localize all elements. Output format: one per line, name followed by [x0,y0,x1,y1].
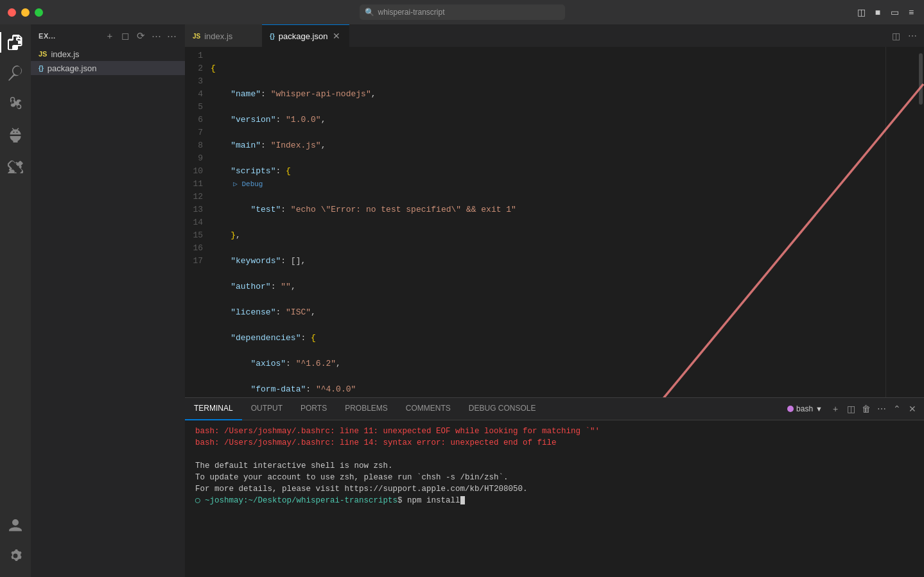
line-numbers: 1 2 3 4 5 6 7 8 9 10 11 12 13 14 15 16 1… [185,47,211,397]
delete-terminal-icon[interactable]: 🗑 [860,402,873,415]
run-debug-icon[interactable] [0,119,31,150]
js-file-icon: JS [39,50,47,58]
terminal-more-icon[interactable]: ⋯ [875,402,888,415]
extensions-icon[interactable] [0,150,31,181]
account-icon[interactable] [0,510,31,541]
terminal-tab-problems[interactable]: PROBLEMS [336,398,397,420]
tab-json-icon: {} [270,33,275,40]
file-name-package-json: package.json [48,64,97,73]
titlebar: 🔍 whisperai-transcript ◫ ■ ▭ ≡ [0,0,924,24]
editor-scrollbar[interactable] [918,47,924,397]
tab-bar-right: ◫ ⋯ [889,24,924,47]
new-file-icon[interactable]: + [104,30,116,42]
bash-dropdown-icon[interactable]: ▼ [815,405,823,413]
terminal-tab-debug-console[interactable]: DEBUG CONSOLE [460,398,545,420]
json-file-icon: {} [39,65,44,72]
new-folder-icon[interactable]: ◻ [119,30,131,42]
bash-label: bash ▼ [783,404,826,413]
titlebar-right: ◫ ■ ▭ ≡ [856,7,916,17]
terminal-line-1: bash: /Users/joshmay/.bashrc: line 11: u… [195,426,914,437]
activity-bottom [0,510,31,577]
terminal-line-6: For more details, please visit https://s… [195,483,914,495]
code-content[interactable]: { "name": "whisper-api-nodejs", "version… [211,47,885,397]
sidebar-title: EX... [39,32,56,40]
main-layout: EX... + ◻ ⟳ ⋯ ⋯ JS index.js {} package.j… [0,24,924,577]
terminal-tab-comments[interactable]: COMMENTS [397,398,460,420]
sidebar-toggle-icon[interactable]: ◫ [856,7,866,17]
terminal-prompt-circle: ◯ [195,496,205,505]
terminal-cursor [460,496,465,504]
sidebar-header: EX... + ◻ ⟳ ⋯ ⋯ [31,24,185,47]
tab-package-json[interactable]: {} package.json ✕ [262,24,349,47]
tab-label-index-js: index.js [204,31,232,41]
search-sidebar-icon[interactable] [0,58,31,89]
collapse-icon[interactable]: ⋯ [150,30,162,42]
minimize-button[interactable] [21,8,30,17]
terminal-line-4: The default interactive shell is now zsh… [195,460,914,472]
terminal-prompt-path: ~joshmay:~/Desktop/whisperai-transcripts [205,496,397,505]
terminal-tab-ports[interactable]: PORTS [292,398,336,420]
new-terminal-icon[interactable]: + [829,402,842,415]
editor-area: JS index.js {} package.json ✕ ◫ ⋯ 1 2 3 … [185,24,924,577]
bash-shell-name: bash [796,404,813,413]
activity-bar [0,24,31,577]
sidebar: EX... + ◻ ⟳ ⋯ ⋯ JS index.js {} package.j… [31,24,185,577]
tab-label-package-json: package.json [279,31,328,41]
sidebar-actions: + ◻ ⟳ ⋯ ⋯ [104,30,177,42]
file-item-index-js[interactable]: JS index.js [31,47,185,61]
terminal-actions: bash ▼ + ◫ 🗑 ⋯ ⌃ ✕ [783,402,924,415]
layout-icon[interactable]: ▭ [889,7,900,17]
more-actions-icon[interactable]: ⋯ [166,30,177,42]
bash-dot [787,406,794,412]
terminal-area: TERMINAL OUTPUT PORTS PROBLEMS COMMENTS … [185,397,924,577]
minimap [885,47,918,397]
search-text: whisperai-transcript [378,8,445,17]
code-editor[interactable]: 1 2 3 4 5 6 7 8 9 10 11 12 13 14 15 16 1… [185,47,924,397]
terminal-prompt-line: ◯ ~joshmay:~/Desktop/whisperai-transcrip… [195,495,914,506]
more-tab-actions-icon[interactable]: ⋯ [906,30,919,42]
split-terminal-icon[interactable]: ◫ [844,402,857,415]
terminal-line-3 [195,449,914,460]
split-editor-icon[interactable]: ◫ [889,30,902,42]
search-icon: 🔍 [365,8,374,17]
tab-close-button[interactable]: ✕ [331,31,342,41]
refresh-icon[interactable]: ⟳ [135,30,146,42]
terminal-close-icon[interactable]: ✕ [906,402,919,415]
scrollbar-thumb[interactable] [919,53,923,105]
terminal-chevron-up-icon[interactable]: ⌃ [891,402,903,415]
terminal-command: npm install [407,496,460,505]
tab-js-icon: JS [193,33,200,40]
tab-index-js[interactable]: JS index.js [185,24,262,47]
customize-icon[interactable]: ≡ [906,7,916,17]
source-control-icon[interactable] [0,89,31,119]
title-search-bar[interactable]: 🔍 whisperai-transcript [360,4,565,20]
close-button[interactable] [8,8,16,17]
settings-icon[interactable] [0,541,31,572]
terminal-content[interactable]: bash: /Users/joshmay/.bashrc: line 11: u… [185,420,924,577]
terminal-line-5: To update your account to use zsh, pleas… [195,472,914,483]
maximize-button[interactable] [35,8,43,17]
terminal-tab-terminal[interactable]: TERMINAL [185,398,242,420]
panel-toggle-icon[interactable]: ■ [873,7,883,17]
file-item-package-json[interactable]: {} package.json [31,61,185,75]
file-name-index-js: index.js [51,49,79,59]
tab-bar: JS index.js {} package.json ✕ ◫ ⋯ [185,24,924,47]
explorer-icon[interactable] [0,27,31,58]
terminal-line-2: bash: /Users/joshmay/.bashrc: line 14: s… [195,437,914,449]
terminal-tabs: TERMINAL OUTPUT PORTS PROBLEMS COMMENTS … [185,398,924,420]
terminal-prompt-dollar: $ [397,496,407,505]
traffic-lights [8,8,43,17]
terminal-tab-output[interactable]: OUTPUT [242,398,292,420]
